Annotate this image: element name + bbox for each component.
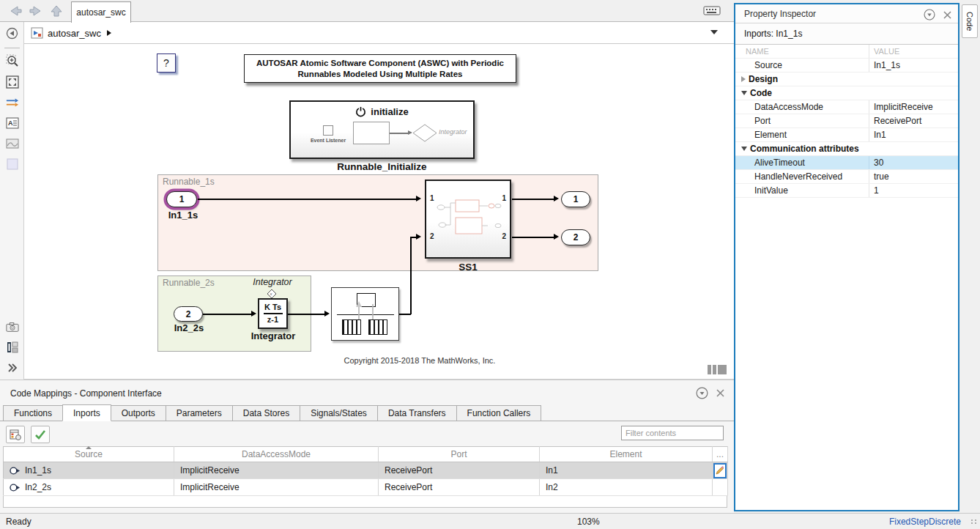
col-dataaccessmode[interactable]: DataAccessMode xyxy=(174,447,379,462)
minimize-panel-icon[interactable] xyxy=(924,9,935,21)
pi-row-dataaccessmode[interactable]: DataAccessMode ImplicitReceive xyxy=(735,100,958,114)
schedule-editor-icon[interactable] xyxy=(6,341,19,354)
update-code-mappings-button[interactable] xyxy=(6,426,25,443)
runnable-initialize-caption: Runnable_Initialize xyxy=(289,161,475,172)
pi-header-row: NAME VALUE xyxy=(735,45,958,59)
signal-line[interactable] xyxy=(198,199,417,200)
help-block[interactable]: ? xyxy=(157,53,176,73)
zoom-tool-icon[interactable] xyxy=(6,54,19,67)
tab-data-stores[interactable]: Data Stores xyxy=(232,405,300,421)
pi-group-code[interactable]: Code xyxy=(735,86,958,100)
tab-function-callers[interactable]: Function Callers xyxy=(456,405,542,421)
pi-row-source[interactable]: Source In1_1s xyxy=(735,59,958,73)
rate-transition-block[interactable] xyxy=(331,287,399,341)
pi-group-design[interactable]: Design xyxy=(735,73,958,86)
table-row-in1-1s[interactable]: In1_1s ImplicitReceive ReceivePort In1 xyxy=(4,462,728,479)
browser-toggle-button[interactable] xyxy=(0,22,24,44)
outport-2[interactable]: 2 xyxy=(561,229,590,245)
pi-row-port[interactable]: Port ReceivePort xyxy=(735,114,958,128)
code-perspective-tab[interactable]: Code xyxy=(962,4,978,38)
signal-line[interactable] xyxy=(399,314,411,315)
edit-mapping-button[interactable] xyxy=(713,463,727,478)
breadcrumb[interactable]: autosar_swc xyxy=(48,28,101,39)
model-title-annotation[interactable]: AUTOSAR Atomic Software Component (ASWC)… xyxy=(244,54,516,83)
pi-row-element[interactable]: Element In1 xyxy=(735,128,958,142)
signal-routing-icon[interactable] xyxy=(6,96,19,109)
pi-row-alivetimeout[interactable]: AliveTimeout 30 xyxy=(735,156,958,170)
validate-button[interactable] xyxy=(31,426,50,443)
signal-line[interactable] xyxy=(410,237,412,314)
canvas-grip[interactable] xyxy=(708,365,727,374)
inport-in1-1s-label: In1_1s xyxy=(160,210,206,221)
resize-grip[interactable] xyxy=(971,519,977,524)
toolbar: autosar_swc xyxy=(0,0,734,22)
inport-in1-1s[interactable]: 1 xyxy=(166,191,197,207)
pi-row-handleneverreceived[interactable]: HandleNeverReceived true xyxy=(735,170,958,184)
tab-inports[interactable]: Inports xyxy=(62,404,111,421)
inport-icon xyxy=(10,484,21,492)
inports-mapping-table: Source DataAccessMode Port Element ... I… xyxy=(3,446,728,496)
filter-contents-input[interactable] xyxy=(621,426,724,440)
power-icon xyxy=(355,106,366,117)
close-panel-icon[interactable] xyxy=(716,388,725,398)
model-tab[interactable]: autosar_swc xyxy=(71,1,131,23)
forward-button[interactable] xyxy=(28,4,44,18)
outport-1[interactable]: 1 xyxy=(561,191,590,207)
image-icon[interactable] xyxy=(6,137,19,150)
tab-signals-states[interactable]: Signals/States xyxy=(300,405,378,421)
canvas-palette: A xyxy=(0,44,24,380)
breadcrumb-dropdown-icon[interactable] xyxy=(710,30,718,34)
inport-icon xyxy=(10,467,21,475)
code-mappings-tabs: Functions Inports Outports Parameters Da… xyxy=(3,404,541,421)
runnable-1s-area[interactable]: Runnable_1s xyxy=(157,174,598,271)
chevron-down-icon xyxy=(741,91,747,95)
tab-data-transfers[interactable]: Data Transfers xyxy=(377,405,457,421)
col-element[interactable]: Element xyxy=(540,447,713,462)
inport-in2-2s-label: In2_2s xyxy=(168,322,210,333)
table-row-in2-2s[interactable]: In2_2s ImplicitReceive ReceivePort In2 xyxy=(4,479,728,496)
copyright-annotation: Copyright 2015-2018 The MathWorks, Inc. xyxy=(237,356,603,365)
close-panel-icon[interactable] xyxy=(943,10,952,20)
solver-link[interactable]: FixedStepDiscrete xyxy=(889,517,961,527)
zoom-level: 103% xyxy=(577,517,600,527)
chevron-down-icon xyxy=(741,147,747,151)
status-bar: Ready 103% FixedStepDiscrete xyxy=(0,513,980,529)
integrator-block[interactable]: K Ts z-1 xyxy=(258,298,288,329)
tab-functions[interactable]: Functions xyxy=(3,405,63,421)
breadcrumb-arrow-icon[interactable] xyxy=(107,30,111,36)
signal-line[interactable] xyxy=(203,314,252,315)
property-inspector: Property Inspector Inports: In1_1s NAME … xyxy=(734,3,959,511)
event-listener-block[interactable] xyxy=(323,125,333,136)
signal-line[interactable] xyxy=(512,237,555,238)
runnable-initialize-block[interactable]: initialize Event Listener Integrator xyxy=(289,100,475,159)
keyboard-icon[interactable] xyxy=(703,5,721,16)
up-button[interactable] xyxy=(48,4,64,18)
sort-asc-icon xyxy=(86,446,92,449)
signal-line[interactable] xyxy=(512,199,555,200)
code-mappings-panel: Code Mappings - Component Interface Func… xyxy=(0,380,734,513)
code-mappings-title: Code Mappings - Component Interface xyxy=(10,388,162,399)
signal-line[interactable] xyxy=(288,314,325,315)
screenshot-icon[interactable] xyxy=(6,320,19,333)
pi-row-initvalue[interactable]: InitValue 1 xyxy=(735,184,958,198)
constant-block[interactable] xyxy=(353,122,390,144)
integrator-caption: Integrator xyxy=(246,330,300,341)
expand-palette-icon[interactable] xyxy=(6,361,19,374)
tab-parameters[interactable]: Parameters xyxy=(166,405,233,421)
back-button[interactable] xyxy=(7,4,23,18)
col-port[interactable]: Port xyxy=(379,447,540,462)
inport-in2-2s[interactable]: 2 xyxy=(174,306,203,322)
status-text: Ready xyxy=(6,517,31,527)
area-icon[interactable] xyxy=(6,158,19,171)
ss1-subsystem[interactable]: 1 2 1 2 xyxy=(425,180,511,259)
model-canvas[interactable]: ? AUTOSAR Atomic Software Component (ASW… xyxy=(24,44,734,380)
svg-text:A: A xyxy=(8,119,13,127)
tab-outports[interactable]: Outports xyxy=(111,405,166,421)
integrator-annotation: Integrator xyxy=(245,277,300,287)
minimize-panel-icon[interactable] xyxy=(696,387,708,399)
pi-group-communication-attributes[interactable]: Communication attributes xyxy=(735,142,958,156)
col-more[interactable]: ... xyxy=(713,447,728,462)
annotation-icon[interactable]: A xyxy=(6,116,19,130)
fit-to-view-icon[interactable] xyxy=(6,75,19,89)
col-source[interactable]: Source xyxy=(4,447,174,462)
